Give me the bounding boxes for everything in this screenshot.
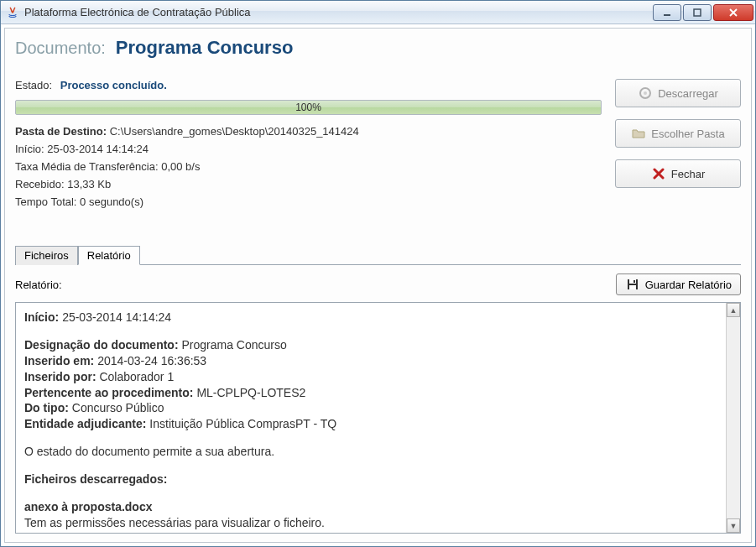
r-estado-doc: O estado do documento permite a sua aber… bbox=[24, 444, 717, 460]
report-header: Relatório: Guardar Relatório bbox=[15, 274, 741, 295]
save-report-label: Guardar Relatório bbox=[645, 279, 732, 291]
document-header: Documento: Programa Concurso bbox=[15, 37, 741, 59]
received-value: 13,33 Kb bbox=[67, 178, 111, 190]
tabs-area: Ficheiros Relatório Relatório: Guardar R… bbox=[15, 245, 741, 534]
titlebar: Plataforma Electrónica de Contratação Pú… bbox=[1, 1, 755, 24]
close-button[interactable]: Fechar bbox=[615, 159, 741, 188]
r-proc-label: Pertencente ao procedimento: bbox=[24, 386, 194, 399]
dest-label: Pasta de Destino: bbox=[15, 125, 107, 138]
save-icon bbox=[625, 277, 640, 292]
header-label: Documento: bbox=[15, 39, 106, 58]
svg-rect-1 bbox=[694, 9, 701, 16]
rate-line: Taxa Média de Transferência: 0,00 b/s bbox=[15, 160, 602, 173]
close-label: Fechar bbox=[671, 168, 705, 180]
r-tipo-value: Concurso Público bbox=[72, 401, 164, 414]
minimize-button[interactable] bbox=[653, 4, 681, 21]
download-button[interactable]: Descarregar bbox=[615, 79, 741, 107]
folder-icon bbox=[631, 126, 646, 141]
received-line: Recebido: 13,33 Kb bbox=[15, 178, 602, 190]
svg-rect-0 bbox=[664, 14, 670, 16]
start-value: 25-03-2014 14:14:24 bbox=[47, 143, 149, 155]
start-label: Início: bbox=[15, 143, 44, 155]
svg-point-3 bbox=[644, 91, 647, 95]
r-fich-header: Ficheiros descarregados: bbox=[24, 472, 167, 486]
svg-rect-6 bbox=[629, 285, 636, 289]
status-value: Processo concluído. bbox=[60, 79, 167, 91]
scroll-track[interactable] bbox=[727, 317, 740, 518]
download-label: Descarregar bbox=[658, 87, 718, 100]
dest-line: Pasta de Destino: C:\Users\andre_gomes\D… bbox=[15, 125, 602, 138]
java-icon bbox=[6, 6, 19, 19]
tab-files[interactable]: Ficheiros bbox=[15, 246, 78, 265]
r-proc-value: ML-CPLPQ-LOTES2 bbox=[196, 386, 305, 399]
status-row: Estado: Processo concluído. bbox=[15, 79, 602, 91]
maximize-button[interactable] bbox=[683, 4, 712, 21]
r-inicio-value: 25-03-2014 14:14:24 bbox=[62, 310, 171, 324]
r-ent-value: Instituição Pública ComprasPT - TQ bbox=[149, 417, 336, 430]
close-icon bbox=[651, 166, 666, 181]
scroll-up-arrow[interactable]: ▲ bbox=[727, 303, 740, 317]
close-window-button[interactable] bbox=[713, 4, 753, 21]
main-area: Estado: Processo concluído. 100% Pasta d… bbox=[15, 79, 741, 213]
app-window: Plataforma Electrónica de Contratação Pú… bbox=[0, 0, 756, 547]
scroll-down-arrow[interactable]: ▼ bbox=[727, 518, 740, 533]
start-line: Início: 25-03-2014 14:14:24 bbox=[15, 143, 602, 155]
received-label: Recebido: bbox=[15, 178, 65, 190]
r-inspor-value: Colaborador 1 bbox=[99, 370, 174, 383]
r-fich-perm: Tem as permissões necessárias para visua… bbox=[24, 515, 717, 531]
right-column: Descarregar Escolher Pasta Fechar bbox=[615, 79, 741, 213]
report-box: Início: 25-03-2014 14:14:24 Designação d… bbox=[15, 302, 741, 534]
download-icon bbox=[638, 86, 653, 101]
choose-folder-label: Escolher Pasta bbox=[651, 128, 724, 140]
r-designacao-value: Programa Concurso bbox=[181, 338, 286, 352]
report-scrollbar[interactable]: ▲ ▼ bbox=[726, 303, 740, 533]
total-label: Tempo Total: bbox=[15, 195, 76, 208]
rate-label: Taxa Média de Transferência: bbox=[15, 160, 159, 173]
r-inicio-label: Início: bbox=[24, 310, 59, 324]
status-label: Estado: bbox=[15, 79, 52, 91]
report-label: Relatório: bbox=[15, 279, 62, 291]
tab-strip: Ficheiros Relatório bbox=[15, 245, 741, 265]
dest-value: C:\Users\andre_gomes\Desktop\20140325_14… bbox=[110, 125, 359, 138]
r-inspor-label: Inserido por: bbox=[24, 370, 96, 383]
r-fich-nome: anexo à proposta.docx bbox=[24, 500, 152, 513]
r-tipo-label: Do tipo: bbox=[24, 401, 69, 414]
tab-content: Relatório: Guardar Relatório Início: 25-… bbox=[15, 265, 741, 534]
window-controls bbox=[651, 4, 753, 21]
window-title: Plataforma Electrónica de Contratação Pú… bbox=[24, 6, 651, 18]
total-line: Tempo Total: 0 segundo(s) bbox=[15, 195, 602, 208]
content-panel: Documento: Programa Concurso Estado: Pro… bbox=[4, 28, 752, 543]
left-column: Estado: Processo concluído. 100% Pasta d… bbox=[15, 79, 602, 213]
choose-folder-button[interactable]: Escolher Pasta bbox=[615, 119, 741, 148]
svg-rect-7 bbox=[633, 280, 635, 283]
total-value: 0 segundo(s) bbox=[80, 195, 143, 208]
tab-report[interactable]: Relatório bbox=[78, 246, 140, 265]
r-insem-label: Inserido em: bbox=[24, 354, 94, 367]
progress-text: 100% bbox=[295, 102, 321, 113]
r-ent-label: Entidade adjudicante: bbox=[24, 417, 146, 430]
header-value: Programa Concurso bbox=[116, 37, 294, 59]
r-designacao-label: Designação do documento: bbox=[24, 338, 179, 352]
r-insem-value: 2014-03-24 16:36:53 bbox=[97, 354, 206, 367]
report-text: Início: 25-03-2014 14:14:24 Designação d… bbox=[16, 303, 726, 533]
rate-value: 0,00 b/s bbox=[161, 160, 200, 173]
save-report-button[interactable]: Guardar Relatório bbox=[616, 274, 741, 295]
progress-bar: 100% bbox=[15, 100, 602, 115]
